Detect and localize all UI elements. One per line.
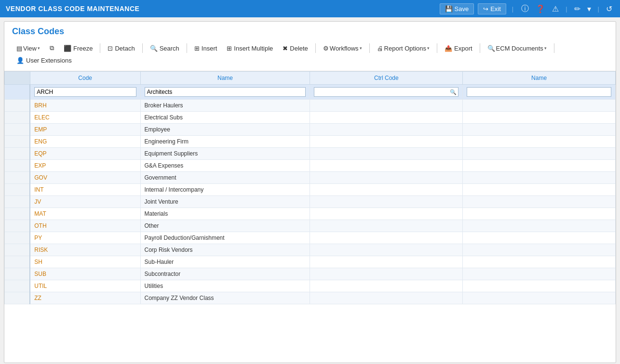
ctrl-name-input[interactable] bbox=[467, 87, 611, 97]
table-row: MAT Materials bbox=[5, 208, 616, 220]
ctrl-code-input[interactable] bbox=[314, 87, 458, 97]
ctrl-code-search-wrap: 🔍 bbox=[314, 87, 458, 97]
ctrl-name-cell bbox=[463, 280, 616, 292]
sep1 bbox=[100, 43, 100, 53]
insert-button[interactable]: ⊞ Insert bbox=[190, 43, 222, 54]
name-input[interactable] bbox=[145, 87, 306, 97]
help-icon[interactable]: ⓘ bbox=[519, 3, 531, 15]
ecm-documents-icon: 🔍 bbox=[487, 45, 495, 52]
col-header-ctrl-code: Ctrl Code bbox=[310, 72, 463, 85]
detach-icon: ⊡ bbox=[108, 45, 113, 52]
name-cell: Government bbox=[140, 172, 310, 184]
ctrl-name-cell bbox=[463, 196, 616, 208]
search-button[interactable]: 🔍 Search bbox=[146, 43, 184, 54]
report-options-arrow-icon: ▾ bbox=[427, 46, 430, 51]
name-cell: Sub-Hauler bbox=[140, 256, 310, 268]
page-header: Class Codes ▤ View ▾ ⧉ ⬛ Freeze ⊡ Detach bbox=[4, 22, 616, 71]
ctrl-name-cell bbox=[463, 256, 616, 268]
col-header-rownum bbox=[5, 72, 30, 85]
delete-button[interactable]: ✖ Delete bbox=[278, 43, 312, 54]
ecm-documents-button[interactable]: 🔍 ECM Documents ▾ bbox=[483, 43, 551, 54]
row-num-cell bbox=[5, 292, 30, 304]
help-question-icon[interactable]: ❓ bbox=[534, 3, 547, 14]
ctrl-name-cell bbox=[463, 148, 616, 160]
detach-button[interactable]: ⊡ Detach bbox=[103, 43, 139, 54]
warning-icon[interactable]: ⚠ bbox=[550, 3, 561, 14]
name-cell: Electrical Subs bbox=[140, 112, 310, 124]
insert-multiple-icon: ⊞ bbox=[227, 45, 232, 52]
report-options-button[interactable]: 🖨 Report Options ▾ bbox=[373, 43, 434, 54]
row-num-cell bbox=[5, 196, 30, 208]
row-num-cell bbox=[5, 220, 30, 232]
name-cell: Engineering Firm bbox=[140, 136, 310, 148]
sep6 bbox=[437, 43, 437, 53]
table-row: JV Joint Venture bbox=[5, 196, 616, 208]
sep7 bbox=[480, 43, 480, 53]
freeze-button[interactable]: ⬛ Freeze bbox=[59, 43, 97, 54]
code-cell: SH bbox=[30, 256, 140, 268]
report-options-icon: 🖨 bbox=[377, 45, 383, 52]
name-cell: Joint Venture bbox=[140, 196, 310, 208]
row-num-cell bbox=[5, 232, 30, 244]
ctrl-code-cell bbox=[310, 100, 463, 112]
code-cell: BRH bbox=[30, 100, 140, 112]
sep4 bbox=[315, 43, 316, 53]
ctrl-code-cell bbox=[310, 220, 463, 232]
save-button[interactable]: 💾 Save bbox=[440, 3, 474, 14]
table-row: ELEC Electrical Subs bbox=[5, 112, 616, 124]
workflows-button[interactable]: ⚙ Workflows ▾ bbox=[319, 43, 366, 54]
ctrl-name-cell bbox=[463, 172, 616, 184]
ctrl-name-cell bbox=[463, 220, 616, 232]
table-row: EXP G&A Expenses bbox=[5, 160, 616, 172]
code-cell: EXP bbox=[30, 160, 140, 172]
col-header-name: Name bbox=[140, 72, 310, 85]
user-extensions-button[interactable]: 👤 User Extensions bbox=[12, 55, 76, 66]
ctrl-name-cell bbox=[463, 232, 616, 244]
code-cell[interactable] bbox=[30, 85, 140, 100]
title-bar-icons: ⓘ ❓ ⚠ | ✏ ▾ | ↺ bbox=[519, 3, 614, 15]
row-num-cell bbox=[5, 184, 30, 196]
row-num-cell bbox=[5, 280, 30, 292]
name-cell[interactable] bbox=[140, 85, 310, 100]
row-num-cell bbox=[5, 100, 30, 112]
row-num-cell bbox=[5, 208, 30, 220]
table-header-row: Code Name Ctrl Code Name bbox=[5, 72, 616, 85]
ctrl-code-cell bbox=[310, 148, 463, 160]
delete-icon: ✖ bbox=[283, 45, 288, 52]
insert-multiple-button[interactable]: ⊞ Insert Multiple bbox=[222, 43, 277, 54]
view-arrow-icon: ▾ bbox=[38, 46, 40, 51]
table-row: OTH Other bbox=[5, 220, 616, 232]
code-cell: EMP bbox=[30, 124, 140, 136]
export-icon: 📤 bbox=[445, 45, 452, 52]
edit-icon[interactable]: ✏ bbox=[572, 3, 582, 14]
row-num-cell bbox=[5, 268, 30, 280]
code-cell: GOV bbox=[30, 172, 140, 184]
col-header-code: Code bbox=[30, 72, 140, 85]
ctrl-code-cell bbox=[310, 184, 463, 196]
table-row: 🔍 bbox=[5, 85, 616, 100]
view-button[interactable]: ▤ View ▾ bbox=[12, 43, 44, 54]
ctrl-name-cell bbox=[463, 244, 616, 256]
ctrl-name-cell bbox=[463, 124, 616, 136]
name-cell: Company ZZ Vendor Class bbox=[140, 292, 310, 304]
ctrl-code-search-icon: 🔍 bbox=[450, 89, 457, 95]
view-icon: ▤ bbox=[16, 45, 22, 52]
exit-button[interactable]: ↪ Exit bbox=[478, 3, 506, 14]
app-title: VENDOR CLASS CODE MAINTENANCE bbox=[6, 5, 139, 13]
name-cell: Other bbox=[140, 220, 310, 232]
copy-button[interactable]: ⧉ bbox=[45, 42, 58, 54]
refresh-icon[interactable]: ↺ bbox=[604, 3, 614, 14]
ctrl-name-cell[interactable] bbox=[463, 85, 616, 100]
export-button[interactable]: 📤 Export bbox=[440, 43, 477, 54]
code-input[interactable] bbox=[34, 87, 136, 97]
table-row: PY Payroll Deduction/Garnishment bbox=[5, 232, 616, 244]
search-icon: 🔍 bbox=[150, 45, 158, 52]
name-cell: G&A Expenses bbox=[140, 160, 310, 172]
ctrl-code-cell[interactable]: 🔍 bbox=[310, 85, 463, 100]
table-row: EQP Equipment Suppliers bbox=[5, 148, 616, 160]
page-title: Class Codes bbox=[12, 26, 608, 37]
chevron-down-icon[interactable]: ▾ bbox=[585, 3, 593, 14]
title-bar-actions: 💾 Save ↪ Exit | ⓘ ❓ ⚠ | ✏ ▾ | ↺ bbox=[440, 3, 614, 15]
code-cell: MAT bbox=[30, 208, 140, 220]
sep2 bbox=[142, 43, 143, 53]
